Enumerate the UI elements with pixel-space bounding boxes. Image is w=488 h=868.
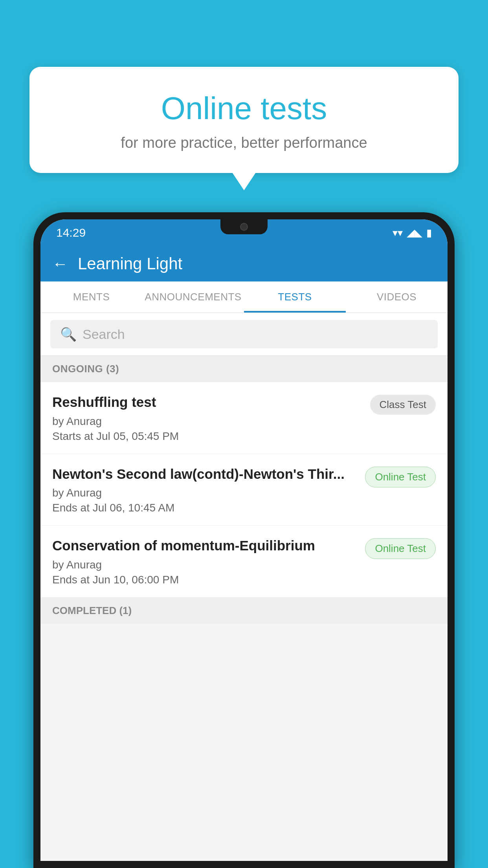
bubble-subtitle: for more practice, better performance [49,134,439,151]
tab-ments[interactable]: MENTS [40,281,142,313]
search-input[interactable]: Search [83,327,125,342]
test-date-1: Starts at Jul 05, 05:45 PM [52,430,362,443]
test-info-2: Newton's Second law(contd)-Newton's Thir… [52,465,357,515]
bubble-title: Online tests [49,90,439,127]
completed-label: COMPLETED (1) [52,605,132,616]
status-icons: ▾▾ ◢◣ ▮ [393,227,432,239]
test-info-1: Reshuffling test by Anurag Starts at Jul… [52,393,362,443]
test-date-3: Ends at Jun 10, 06:00 PM [52,574,357,586]
badge-1: Class Test [370,395,436,415]
status-time: 14:29 [56,226,86,239]
search-container: 🔍 Search [40,313,448,356]
ongoing-section-header: ONGOING (3) [40,356,448,382]
search-box[interactable]: 🔍 Search [50,320,438,348]
battery-icon: ▮ [426,227,432,239]
test-name-1: Reshuffling test [52,393,362,411]
phone-screen: 14:29 ▾▾ ◢◣ ▮ ← Learning Light MENTS ANN… [40,219,448,861]
badge-3: Online Test [365,538,436,559]
tabs-bar: MENTS ANNOUNCEMENTS TESTS VIDEOS [40,281,448,313]
test-name-2: Newton's Second law(contd)-Newton's Thir… [52,465,357,483]
test-by-3: by Anurag [52,559,357,571]
app-bar: ← Learning Light [40,246,448,281]
camera [240,223,248,231]
tab-announcements[interactable]: ANNOUNCEMENTS [142,281,244,313]
back-button[interactable]: ← [52,255,68,273]
badge-2: Online Test [365,467,436,487]
signal-icon: ◢◣ [407,227,422,239]
ongoing-label: ONGOING (3) [52,363,119,375]
test-by-1: by Anurag [52,415,362,428]
test-list: Reshuffling test by Anurag Starts at Jul… [40,382,448,598]
test-item-1[interactable]: Reshuffling test by Anurag Starts at Jul… [40,382,448,454]
test-item-3[interactable]: Conservation of momentum-Equilibrium by … [40,526,448,598]
speech-bubble: Online tests for more practice, better p… [29,67,459,173]
test-by-2: by Anurag [52,487,357,499]
notch [220,219,268,234]
completed-section-header: COMPLETED (1) [40,598,448,624]
tab-videos[interactable]: VIDEOS [346,281,448,313]
test-date-2: Ends at Jul 06, 10:45 AM [52,502,357,514]
tab-tests[interactable]: TESTS [244,281,346,313]
test-item-2[interactable]: Newton's Second law(contd)-Newton's Thir… [40,454,448,526]
app-title: Learning Light [78,254,182,273]
search-icon: 🔍 [60,326,77,342]
wifi-icon: ▾▾ [393,227,403,239]
test-name-3: Conservation of momentum-Equilibrium [52,537,357,555]
phone-frame: 14:29 ▾▾ ◢◣ ▮ ← Learning Light MENTS ANN… [33,212,455,868]
status-bar: 14:29 ▾▾ ◢◣ ▮ [40,219,448,246]
test-info-3: Conservation of momentum-Equilibrium by … [52,537,357,586]
